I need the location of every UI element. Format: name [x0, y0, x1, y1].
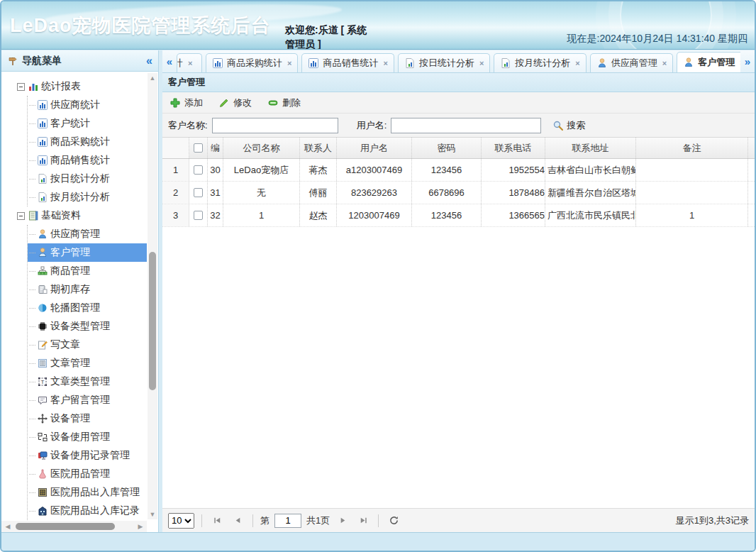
warehouse-icon: [37, 487, 48, 498]
address-cell: 新疆维吾尔自治区塔城地: [545, 182, 636, 204]
tree-group: 供应商管理 客户管理 商品管理 期初库存 轮播图管理: [27, 225, 147, 520]
sidebar-item-device-usage-mgmt[interactable]: 设备使用管理: [28, 428, 147, 446]
sidebar-item-product-mgmt[interactable]: 商品管理: [28, 262, 147, 280]
sidebar-collapse-button[interactable]: «: [146, 55, 152, 67]
add-button[interactable]: 添加: [169, 96, 203, 109]
sidebar-item-supplier-stats[interactable]: 供应商统计: [28, 96, 147, 114]
username-cell: 1203007469: [337, 204, 412, 226]
sidebar-item-supplies-inout-record[interactable]: 医院用品出入库记录: [28, 502, 147, 520]
company-cell: 1: [223, 204, 300, 226]
tab-supplier-mgmt[interactable]: 供应商管理 ×: [590, 53, 673, 72]
username-cell: 823629263: [337, 182, 412, 204]
collapse-node-icon[interactable]: [17, 212, 25, 220]
scroll-up-icon[interactable]: ▲: [148, 73, 157, 83]
table-row[interactable]: 3 32 1 赵杰 1203007469 123456 1366565 广西北流…: [162, 204, 755, 227]
refresh-button[interactable]: [386, 513, 401, 529]
sidebar-item-initial-inventory[interactable]: 期初库存: [28, 280, 147, 299]
tabs-scroll-right-button[interactable]: »: [740, 50, 755, 72]
sidebar-item-basedata-root[interactable]: 基础资料: [17, 206, 147, 225]
page-number-input[interactable]: [274, 514, 301, 528]
scroll-down-icon[interactable]: ▼: [148, 509, 157, 519]
person-icon: [683, 57, 694, 68]
collapse-node-icon[interactable]: [17, 83, 25, 91]
filler-cell: [748, 159, 755, 181]
tab-purchase-stats[interactable]: 商品采购统计 ×: [206, 53, 298, 72]
rownum-cell: 3: [162, 204, 189, 226]
table-row[interactable]: 1 30 LeDao宠物店 蒋杰 a1203007469 123456 1952…: [162, 159, 755, 182]
sidebar-item-stats-root[interactable]: 统计报表: [17, 77, 147, 96]
delete-button[interactable]: 删除: [267, 96, 301, 109]
sidebar-item-label: 设备使用管理: [50, 431, 110, 443]
sidebar-item-article-mgmt[interactable]: 文章管理: [28, 354, 147, 372]
inventory-icon: [37, 284, 48, 295]
select-all-checkbox[interactable]: [194, 143, 203, 153]
org-chart-icon: [37, 265, 48, 277]
page-chart-icon: [37, 173, 48, 184]
sidebar-vertical-scrollbar[interactable]: ▲ ▼: [148, 73, 157, 519]
tab-label: 供应商管理: [611, 57, 657, 70]
row-checkbox[interactable]: [194, 211, 203, 220]
sidebar-item-device-record-mgmt[interactable]: 设备使用记录管理: [28, 446, 147, 465]
tab-customer-mgmt[interactable]: 客户管理 ×: [677, 52, 740, 72]
search-button[interactable]: 搜索: [552, 119, 585, 132]
scrollbar-thumb[interactable]: [149, 252, 156, 390]
sidebar-item-daily-analysis[interactable]: 按日统计分析: [28, 170, 147, 188]
sidebar-item-customer-message-mgmt[interactable]: 客户留言管理: [28, 391, 147, 409]
first-page-icon: [212, 515, 223, 526]
close-icon[interactable]: ×: [383, 59, 387, 67]
col-header-remark: 备注: [636, 138, 748, 158]
first-page-button[interactable]: [209, 513, 225, 529]
pagination-bar: 10 第 共1页 显示1到3,共3记录: [162, 508, 755, 532]
sidebar-item-label: 医院用品出入库管理: [50, 486, 140, 499]
close-icon[interactable]: ×: [479, 59, 484, 67]
sidebar-item-hospital-supplies-mgmt[interactable]: 医院用品管理: [28, 465, 147, 483]
prev-page-button[interactable]: [230, 513, 245, 529]
close-icon[interactable]: ×: [575, 59, 579, 67]
sidebar-item-monthly-analysis[interactable]: 按月统计分析: [28, 188, 147, 206]
sidebar-item-label: 供应商管理: [50, 228, 100, 241]
sidebar-item-device-mgmt[interactable]: 设备管理: [28, 409, 147, 428]
sidebar-item-customer-stats[interactable]: 客户统计: [28, 114, 147, 133]
article-icon: [37, 358, 48, 369]
edit-button[interactable]: 修改: [218, 96, 252, 109]
id-cell: 31: [208, 182, 223, 204]
page-prefix-label: 第: [260, 514, 269, 527]
page-size-select[interactable]: 10: [168, 513, 194, 529]
sidebar-item-label: 设备使用记录管理: [50, 449, 130, 462]
id-cell: 32: [208, 204, 223, 226]
scroll-right-icon[interactable]: ▶: [135, 521, 145, 531]
next-page-button[interactable]: [335, 513, 350, 529]
close-icon[interactable]: ×: [287, 59, 291, 67]
password-cell: 123456: [412, 159, 482, 181]
username-input[interactable]: [391, 118, 541, 133]
checkbox-header: [189, 138, 208, 158]
row-checkbox[interactable]: [194, 188, 203, 197]
sidebar-item-article-type-mgmt[interactable]: T 文章类型管理: [28, 372, 147, 391]
tab-daily-analysis[interactable]: 按日统计分析 ×: [398, 53, 490, 72]
tab-monthly-analysis[interactable]: 按月统计分析 ×: [494, 53, 586, 72]
tabs-scroll-left-button[interactable]: «: [162, 50, 177, 72]
close-icon[interactable]: ×: [188, 59, 192, 67]
tab-sales-stats[interactable]: 商品销售统计 ×: [301, 53, 394, 72]
sidebar-item-customer-mgmt[interactable]: 客户管理: [28, 243, 147, 262]
sidebar-horizontal-scrollbar[interactable]: ◀ ▶: [1, 521, 147, 532]
scroll-left-icon[interactable]: ◀: [3, 521, 13, 531]
sidebar-item-carousel-mgmt[interactable]: 轮播图管理: [28, 299, 147, 317]
sidebar-item-purchase-stats[interactable]: 商品采购统计: [28, 133, 147, 151]
sidebar-item-device-type-mgmt[interactable]: 设备类型管理: [28, 317, 147, 336]
sidebar-item-sales-stats[interactable]: 商品销售统计: [28, 151, 147, 170]
row-checkbox[interactable]: [194, 165, 203, 175]
sidebar-item-supplier-mgmt[interactable]: 供应商管理: [28, 225, 147, 243]
table-row[interactable]: 2 31 无 傅丽 823629263 6678696 1878486 新疆维吾…: [162, 182, 755, 204]
sidebar-item-label: 统计报表: [41, 80, 81, 93]
sidebar-item-supplies-inout-mgmt[interactable]: 医院用品出入库管理: [28, 483, 147, 502]
svg-text:T: T: [41, 379, 45, 385]
last-page-button[interactable]: [355, 513, 371, 529]
close-icon[interactable]: ×: [662, 59, 667, 67]
scrollbar-thumb[interactable]: [16, 523, 115, 530]
tab-clipped[interactable]: 计 ×: [177, 53, 202, 72]
customer-name-input[interactable]: [212, 118, 338, 133]
sidebar-item-label: 文章类型管理: [50, 375, 110, 388]
tab-label: 计: [177, 57, 183, 70]
sidebar-item-write-article[interactable]: 写文章: [28, 336, 147, 354]
